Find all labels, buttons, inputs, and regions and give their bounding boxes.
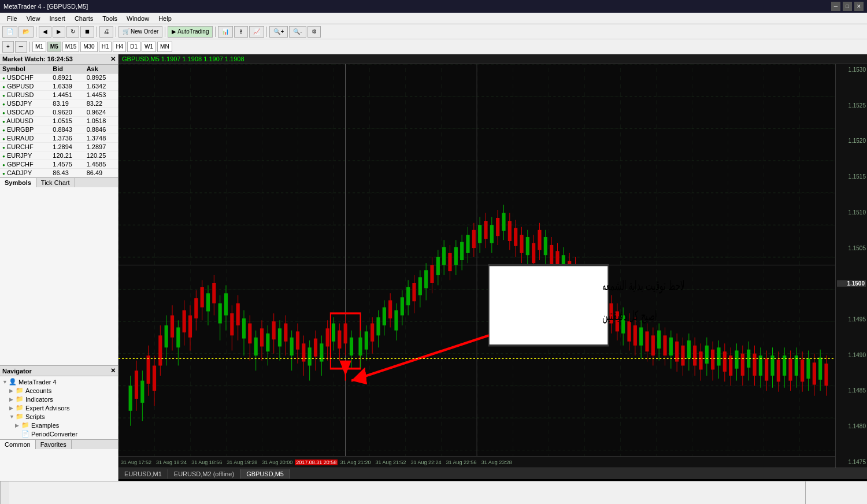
timeframe-mn[interactable]: MN (157, 42, 172, 52)
close-button[interactable]: ✕ (854, 2, 864, 11)
market-watch-row[interactable]: ● USDJPY 83.19 83.22 (0, 99, 118, 108)
minimize-button[interactable]: ─ (831, 2, 840, 11)
timeframe-w1[interactable]: W1 (142, 42, 156, 52)
stop-button[interactable]: ⏹ (80, 26, 94, 38)
symbol-cell: ● CADJPY (0, 169, 50, 177)
timeframe-m30[interactable]: M30 (80, 42, 97, 52)
ask-cell: 1.4453 (84, 91, 118, 99)
market-watch-row[interactable]: ● CADJPY 86.43 86.49 (0, 169, 118, 177)
symbol-cell: ● USDCHF (0, 73, 50, 82)
time-label-3: 31 Aug 18:56 (189, 459, 224, 465)
nav-item-expert-advisors[interactable]: ▶ 📁 Expert Advisors (1, 403, 117, 412)
bid-cell: 0.9620 (50, 108, 84, 117)
menu-file[interactable]: File (2, 14, 22, 23)
svg-rect-242 (801, 360, 804, 381)
svg-rect-42 (206, 293, 210, 311)
price-label-10: 1.1485 (837, 387, 866, 394)
market-watch-row[interactable]: ● EURGBP 0.8843 0.8846 (0, 125, 118, 134)
timeframe-h4[interactable]: H4 (113, 42, 126, 52)
timeframe-m15[interactable]: M15 (62, 42, 79, 52)
nav-scripts-icon: 📁 (16, 413, 24, 420)
add-line-button[interactable]: + (2, 41, 14, 53)
svg-rect-120 (436, 257, 440, 275)
market-watch-row[interactable]: ● EURCHF 1.2894 1.2897 (0, 143, 118, 151)
st-side-tab[interactable]: Strategy Tester (0, 481, 9, 504)
back-button[interactable]: ◀ (39, 26, 51, 38)
mw-tab-symbols[interactable]: Symbols (0, 178, 36, 187)
properties-button[interactable]: ⚙ (307, 26, 321, 38)
zoom-out-button[interactable]: 🔍- (289, 26, 306, 38)
menu-help[interactable]: Help (154, 14, 176, 23)
toolbar-sep-6 (266, 27, 267, 37)
nav-tab-common[interactable]: Common (0, 440, 36, 449)
chart-tab-eurusd-m2[interactable]: EURUSD,M2 (offline) (168, 469, 240, 479)
svg-rect-22 (147, 355, 150, 384)
nav-tab-favorites[interactable]: Favorites (36, 440, 72, 449)
svg-rect-38 (194, 298, 198, 318)
menu-window[interactable]: Window (122, 14, 154, 23)
zoom-in-button[interactable]: 🔍+ (269, 26, 288, 38)
nav-item-accounts[interactable]: ▶ 📁 Accounts (1, 386, 117, 395)
svg-rect-234 (777, 360, 780, 381)
print-button[interactable]: 🖨 (99, 26, 113, 38)
market-watch-row[interactable]: ● USDCAD 0.9620 0.9624 (0, 108, 118, 117)
main-layout: Market Watch: 16:24:53 ✕ Symbol Bid Ask … (0, 54, 867, 481)
market-watch-row[interactable]: ● GBPUSD 1.6339 1.6342 (0, 82, 118, 91)
symbol-cell: ● GBPUSD (0, 82, 50, 91)
menu-view[interactable]: View (22, 14, 45, 23)
forward-button[interactable]: ▶ (53, 26, 65, 38)
ask-cell: 0.8846 (84, 125, 118, 134)
market-watch-row[interactable]: ● EURAUD 1.3736 1.3748 (0, 134, 118, 143)
svg-rect-206 (693, 346, 696, 366)
svg-rect-50 (230, 313, 234, 335)
mw-col-symbol: Symbol (0, 65, 50, 73)
new-file-button[interactable]: 📄 (2, 26, 17, 38)
market-watch-row[interactable]: ● EURUSD 1.4451 1.4453 (0, 91, 118, 99)
auto-trading-button[interactable]: ▶ AutoTrading (168, 26, 213, 38)
left-panel: Market Watch: 16:24:53 ✕ Symbol Bid Ask … (0, 54, 118, 481)
nav-item-metatrader4[interactable]: ▼ 👤 MetaTrader 4 (1, 377, 117, 386)
svg-rect-226 (753, 354, 756, 376)
nav-item-indicators[interactable]: ▶ 📁 Indicators (1, 395, 117, 403)
nav-item-period-converter[interactable]: 📄 PeriodConverter (1, 429, 117, 438)
timeframe-h1[interactable]: H1 (99, 42, 112, 52)
nav-item-examples[interactable]: ▶ 📁 Examples (1, 421, 117, 429)
maximize-button[interactable]: □ (843, 2, 852, 11)
nav-indicators-icon: 📁 (16, 395, 24, 403)
nav-expand-icon: ▼ (2, 379, 7, 385)
new-order-button[interactable]: 🛒 New Order (118, 26, 162, 38)
mw-tab-tick-chart[interactable]: Tick Chart (36, 178, 75, 187)
chart-candle-button[interactable]: 🕯 (234, 26, 248, 38)
chart-canvas[interactable]: 1.1530 1.1525 1.1520 1.1515 1.1510 1.150… (118, 64, 867, 468)
svg-rect-46 (218, 303, 222, 324)
refresh-button[interactable]: ↻ (66, 26, 79, 38)
hline-button[interactable]: ─ (15, 41, 27, 53)
chart-line-button[interactable]: 📈 (249, 26, 264, 38)
svg-rect-212 (711, 350, 714, 370)
new-order-icon: 🛒 (123, 28, 129, 35)
market-watch-row[interactable]: ● USDCHF 0.8921 0.8925 (0, 73, 118, 82)
chart-tab-gbpusd-m5[interactable]: GBPUSD,M5 (240, 469, 290, 479)
market-watch-close-icon[interactable]: ✕ (110, 55, 116, 63)
market-watch-row[interactable]: ● EURJPY 120.21 120.25 (0, 151, 118, 160)
timeframe-d1[interactable]: D1 (127, 42, 140, 52)
menu-tools[interactable]: Tools (98, 14, 122, 23)
time-label-9: 31 Aug 22:56 (444, 459, 479, 465)
svg-rect-158 (550, 245, 553, 265)
menu-charts[interactable]: Charts (70, 14, 98, 23)
ask-cell: 83.22 (84, 99, 118, 108)
nav-item-scripts[interactable]: ▼ 📁 Scripts (1, 412, 117, 421)
market-watch-row[interactable]: ● GBPCHF 1.4575 1.4585 (0, 160, 118, 169)
symbol-cell: ● USDJPY (0, 99, 50, 108)
timeframe-m1[interactable]: M1 (32, 42, 46, 52)
open-button[interactable]: 📂 (18, 26, 34, 38)
chart-tab-eurusd-m1[interactable]: EURUSD,M1 (118, 469, 168, 479)
menu-insert[interactable]: Insert (45, 14, 70, 23)
chart-bar-button[interactable]: 📊 (218, 26, 233, 38)
toolbar-sep-3 (116, 27, 116, 37)
market-watch-row[interactable]: ● AUDUSD 1.0515 1.0518 (0, 117, 118, 125)
timeframe-m5[interactable]: M5 (47, 42, 61, 52)
svg-rect-87 (338, 331, 341, 349)
svg-rect-184 (627, 321, 631, 342)
navigator-close-icon[interactable]: ✕ (110, 367, 116, 375)
